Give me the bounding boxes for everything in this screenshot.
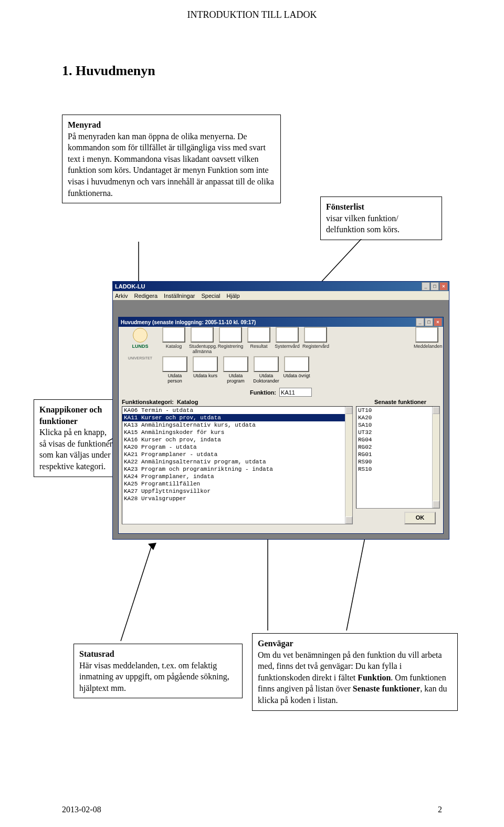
senaste-list-item[interactable]: RG02 — [356, 443, 439, 451]
outer-window: LADOK-LU _ □ × Arkiv Redigera Inställnin… — [112, 281, 449, 540]
footer-date: 2013-02-08 — [62, 805, 101, 814]
function-listbox[interactable]: KA06 Termin - utdataKA11 Kurser och prov… — [122, 406, 353, 524]
lund-crest-icon — [133, 328, 148, 343]
katalog-icon — [162, 327, 185, 343]
callout-fonsterlist-body: visar vilken funktion/ delfunktion som k… — [326, 214, 400, 234]
function-list-item[interactable]: KA11 Kurser och prov, utdata — [122, 414, 352, 421]
function-list-item[interactable]: KA22 Anmälningsalternativ program, utdat… — [122, 458, 352, 466]
senaste-list-item[interactable]: RG01 — [356, 451, 439, 458]
senaste-list-item[interactable]: RS10 — [356, 466, 439, 473]
lund-text1: LUNDS — [132, 344, 149, 349]
outer-titlebar[interactable]: LADOK-LU _ □ × — [113, 282, 449, 291]
tool-utdata-program-label: Utdata program — [222, 373, 250, 384]
tool-resultat[interactable]: Resultat — [246, 327, 272, 349]
callout-menyrad-title: Menyrad — [68, 120, 101, 129]
section-heading: 1. Huvudmenyn — [62, 63, 155, 79]
tool-registrering-label: Registrering — [217, 344, 244, 349]
mdi-area: Huvudmeny (senaste inloggning: 2005-11-1… — [113, 300, 449, 539]
senaste-list-item[interactable]: RG04 — [356, 436, 439, 443]
menu-special[interactable]: Special — [201, 293, 220, 299]
tool-utdata-doktorander[interactable]: Utdata Doktorander — [252, 356, 280, 384]
menu-arkiv[interactable]: Arkiv — [115, 293, 128, 299]
menu-hjalp[interactable]: Hjälp — [227, 293, 240, 299]
function-list-item[interactable]: KA24 Programplaner, indata — [122, 473, 352, 480]
tool-meddelanden[interactable]: Meddelanden — [414, 327, 440, 349]
toolbar-row2: UNIVERSITET Utdata person Utdata kurs Ut… — [119, 356, 443, 386]
menubar: Arkiv Redigera Inställningar Special Hjä… — [113, 291, 449, 301]
senaste-list-item[interactable]: SA10 — [356, 421, 439, 429]
tool-utdata-program[interactable]: Utdata program — [222, 356, 250, 384]
tool-resultat-label: Resultat — [246, 344, 272, 349]
tool-utdata-ovrigt[interactable]: Utdata övrigt — [282, 356, 311, 378]
inner-window: Huvudmeny (senaste inloggning: 2005-11-1… — [118, 317, 444, 534]
tool-katalog[interactable]: Katalog — [161, 327, 187, 349]
callout-knapp-title: Knappikoner och funktioner — [39, 405, 102, 426]
tool-registervard[interactable]: Registervård — [302, 327, 329, 349]
function-list-item[interactable]: KA16 Kurser och prov, indata — [122, 436, 352, 443]
callout-knapp: Knappikoner och funktioner Klicka på en … — [34, 399, 119, 477]
callout-fonsterlist-title: Fönsterlist — [326, 202, 364, 211]
senaste-listbox[interactable]: UT10KA20SA10UT32RG04RG02RG01RS90RS10 — [356, 406, 440, 509]
callout-knapp-body: Klicka på en knapp, så visas de funktion… — [39, 428, 112, 471]
senaste-list-item[interactable]: RS90 — [356, 458, 439, 466]
tool-systemvard-label: Systemvård — [274, 344, 300, 349]
function-list-item[interactable]: KA23 Program och programinriktning - ind… — [122, 466, 352, 473]
toolbar-row1: LUNDS Katalog Studentuppg. allmänna Regi… — [119, 327, 443, 356]
arrow-status — [116, 539, 158, 644]
senaste-list-item[interactable]: KA20 — [356, 414, 439, 421]
function-list-scrollbar[interactable] — [345, 407, 352, 524]
callout-genvagar: Genvägar Om du vet benämningen på den fu… — [252, 633, 458, 711]
senaste-list-item[interactable]: UT10 — [356, 407, 439, 414]
meddelanden-icon — [415, 327, 438, 343]
function-list-item[interactable]: KA15 Anmälningskoder för kurs — [122, 429, 352, 436]
utdata-program-icon — [223, 356, 248, 372]
inner-minimize-button[interactable]: _ — [416, 318, 424, 326]
tool-utdata-kurs[interactable]: Utdata kurs — [191, 356, 219, 378]
tool-studentuppg-label: Studentuppg. allmänna — [189, 344, 215, 354]
lund-logo: LUNDS — [122, 327, 159, 350]
function-list-item[interactable]: KA21 Programplaner - utdata — [122, 451, 352, 458]
callout-status: Statusrad Här visas meddelanden, t.ex. o… — [74, 644, 243, 698]
footer-page: 2 — [438, 805, 442, 814]
tool-utdata-doktorander-label: Utdata Doktorander — [252, 373, 280, 384]
inner-close-button[interactable]: × — [434, 318, 442, 326]
tool-studentuppg[interactable]: Studentuppg. allmänna — [189, 327, 215, 354]
ok-button[interactable]: OK — [404, 512, 436, 524]
lists-row: KA06 Termin - utdataKA11 Kurser och prov… — [119, 405, 443, 525]
menu-redigera[interactable]: Redigera — [134, 293, 158, 299]
maximize-button[interactable]: □ — [430, 282, 439, 291]
function-list-item[interactable]: KA06 Termin - utdata — [122, 407, 352, 414]
inner-maximize-button[interactable]: □ — [425, 318, 433, 326]
funktion-row: Funktion: — [119, 386, 443, 399]
tool-utdata-person[interactable]: Utdata person — [161, 356, 189, 384]
function-list-item[interactable]: KA25 Programtillfällen — [122, 480, 352, 488]
tool-registrering[interactable]: Registrering — [217, 327, 244, 349]
callout-status-title: Statusrad — [79, 649, 114, 658]
function-list-item[interactable]: KA13 Anmälningsalternativ kurs, utdata — [122, 421, 352, 429]
inner-title: Huvudmeny (senaste inloggning: 2005-11-1… — [121, 319, 256, 325]
page-footer: 2013-02-08 2 — [62, 805, 442, 814]
senaste-list-scrollbar[interactable] — [432, 407, 439, 508]
minimize-button[interactable]: _ — [422, 282, 430, 291]
tool-katalog-label: Katalog — [161, 344, 187, 349]
kategori-value: Katalog — [177, 399, 198, 405]
tool-meddelanden-label: Meddelanden — [414, 344, 440, 349]
inner-titlebar[interactable]: Huvudmeny (senaste inloggning: 2005-11-1… — [119, 317, 443, 327]
function-list-item[interactable]: KA20 Program - utdata — [122, 443, 352, 451]
callout-fonsterlist: Fönsterlist visar vilken funktion/ delfu… — [320, 197, 442, 240]
svg-line-6 — [121, 544, 152, 641]
funktion-input[interactable] — [279, 388, 312, 397]
function-list-item[interactable]: KA28 Urvalsgrupper — [122, 495, 352, 502]
funktion-label: Funktion: — [250, 389, 276, 396]
close-button[interactable]: × — [439, 282, 448, 291]
senaste-list-item[interactable]: UT32 — [356, 429, 439, 436]
tool-systemvard[interactable]: Systemvård — [274, 327, 300, 349]
menu-installningar[interactable]: Inställningar — [164, 293, 195, 299]
kategori-label: Funktionskategori: — [122, 399, 174, 405]
function-list-item[interactable]: KA27 Uppflyttningsvillkor — [122, 488, 352, 495]
utdata-person-icon — [162, 356, 187, 372]
svg-marker-7 — [148, 543, 156, 550]
utdata-kurs-icon — [193, 356, 218, 372]
document-header: INTRODUKTION TILL LADOK — [0, 0, 504, 20]
lund-text2: UNIVERSITET — [122, 356, 159, 360]
